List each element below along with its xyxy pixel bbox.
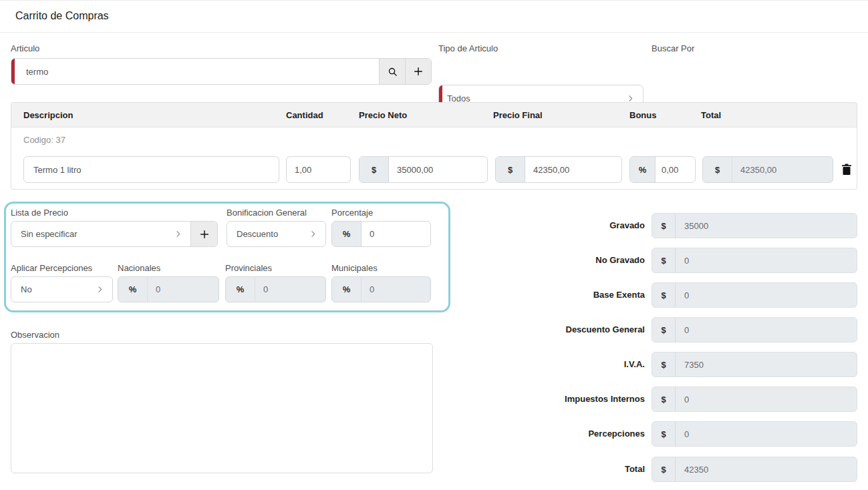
column-header-cantidad: Cantidad	[286, 103, 323, 128]
nacionales-input	[148, 277, 219, 302]
percent-prefix: %	[332, 222, 361, 246]
articulo-label: Articulo	[11, 43, 39, 53]
municipales-label: Municipales	[331, 263, 378, 273]
item-descripcion-group	[23, 156, 279, 183]
summary-value-iva: 7350	[676, 352, 857, 377]
summary-row: $ 0	[652, 421, 857, 447]
summary-row: $ 0	[652, 387, 857, 412]
item-precio-neto-group: $	[359, 156, 488, 183]
summary-value-impuestos-internos: 0	[676, 387, 857, 411]
aplicar-percepciones-label: Aplicar Percepciones	[11, 263, 92, 273]
plus-icon	[413, 66, 424, 77]
summary-value-gravado: 35000	[676, 214, 857, 238]
summary-value-descuento-general: 0	[676, 318, 857, 342]
provinciales-label: Provinciales	[225, 263, 272, 273]
porcentaje-input[interactable]	[361, 222, 430, 246]
cart-table-header: Descripcion Cantidad Precio Neto Precio …	[11, 103, 857, 128]
bonificacion-general-value: Descuento	[227, 222, 309, 246]
nacionales-group: %	[118, 276, 219, 302]
lista-de-precio-label: Lista de Precio	[11, 208, 68, 218]
plus-icon	[199, 229, 210, 240]
currency-prefix: $	[652, 387, 676, 411]
tipo-de-articulo-label: Tipo de Articulo	[438, 43, 498, 53]
currency-prefix: $	[703, 157, 732, 182]
cart-items-table: Descripcion Cantidad Precio Neto Precio …	[11, 102, 857, 190]
chevron-right-icon	[96, 277, 112, 302]
search-button[interactable]	[379, 59, 405, 84]
item-cantidad-input[interactable]	[287, 157, 350, 182]
item-codigo: Codigo: 37	[23, 135, 65, 145]
page-title: Carrito de Compras	[15, 10, 109, 22]
percent-prefix: %	[630, 157, 656, 182]
provinciales-input	[255, 277, 325, 302]
currency-prefix: $	[652, 457, 676, 481]
item-bonus-input[interactable]	[656, 157, 695, 182]
summary-row: $ 42350	[652, 457, 857, 482]
summary-label-base-exenta: Base Exenta	[444, 282, 645, 308]
observacion-textarea[interactable]	[11, 343, 433, 473]
currency-prefix: $	[652, 214, 676, 238]
item-precio-final-group: $	[495, 156, 622, 183]
currency-prefix: $	[652, 248, 676, 272]
delete-item-button[interactable]	[839, 162, 855, 178]
column-header-precio-final: Precio Final	[493, 103, 543, 128]
chevron-right-icon	[174, 222, 190, 246]
summary-value-base-exenta: 0	[676, 283, 857, 307]
carrito-de-compras-page: Carrito de Compras Articulo Tipo de Arti…	[0, 0, 868, 490]
item-total-input	[732, 157, 833, 182]
summary-label-impuestos-internos: Impuestos Internos	[444, 387, 645, 412]
bonificacion-general-label: Bonificacion General	[227, 208, 307, 218]
lista-de-precio-value[interactable]: Sin especificar	[11, 222, 174, 246]
column-header-total: Total	[701, 103, 721, 128]
add-article-button[interactable]	[405, 59, 431, 84]
lista-de-precio-select-group: Sin especificar	[11, 221, 218, 247]
add-price-list-button[interactable]	[190, 222, 217, 246]
column-header-precio-neto: Precio Neto	[359, 103, 407, 128]
item-precio-final-input[interactable]	[525, 157, 621, 182]
buscar-por-label: Buscar Por	[652, 43, 694, 53]
articulo-input-group	[11, 58, 432, 85]
municipales-group: %	[331, 276, 431, 302]
aplicar-percepciones-select[interactable]: No	[11, 276, 113, 302]
chevron-right-icon	[309, 222, 325, 246]
summary-row: $ 7350	[652, 352, 857, 377]
column-header-bonus: Bonus	[629, 103, 656, 128]
item-precio-neto-input[interactable]	[389, 157, 487, 182]
summary-label-gravado: Gravado	[444, 213, 645, 238]
summary-row: $ 0	[652, 248, 857, 273]
item-descripcion-input[interactable]	[24, 157, 279, 182]
percent-prefix: %	[226, 277, 255, 302]
search-icon	[388, 67, 398, 77]
summary-label-iva: I.V.A.	[444, 352, 645, 377]
currency-prefix: $	[652, 318, 676, 342]
currency-prefix: $	[359, 157, 389, 182]
title-divider	[0, 32, 868, 33]
item-bonus-group: %	[629, 156, 696, 183]
summary-label-total: Total	[444, 457, 645, 482]
nacionales-label: Nacionales	[118, 263, 160, 273]
trash-icon	[841, 164, 852, 176]
summary-value-total: 42350	[676, 457, 857, 481]
summary-label-descuento-general: Descuento General	[444, 317, 645, 342]
provinciales-group: %	[225, 276, 326, 302]
porcentaje-group: %	[331, 221, 431, 247]
summary-value-no-gravado: 0	[676, 248, 857, 272]
currency-prefix: $	[652, 352, 676, 377]
currency-prefix: $	[496, 157, 525, 182]
bonificacion-general-select[interactable]: Descuento	[227, 221, 326, 247]
column-header-descripcion: Descripcion	[23, 103, 73, 128]
item-total-group: $	[702, 156, 833, 183]
summary-label-no-gravado: No Gravado	[444, 248, 645, 273]
porcentaje-label: Porcentaje	[331, 208, 373, 218]
percent-prefix: %	[332, 277, 361, 302]
observacion-label: Observacion	[11, 330, 59, 340]
currency-prefix: $	[652, 422, 676, 446]
item-cantidad-group	[286, 156, 351, 183]
currency-prefix: $	[652, 283, 676, 307]
summary-row: $ 0	[652, 317, 857, 342]
aplicar-percepciones-value: No	[11, 277, 96, 302]
municipales-input	[361, 277, 430, 302]
articulo-input[interactable]	[11, 59, 379, 84]
percent-prefix: %	[118, 277, 148, 302]
summary-row: $ 0	[652, 282, 857, 308]
